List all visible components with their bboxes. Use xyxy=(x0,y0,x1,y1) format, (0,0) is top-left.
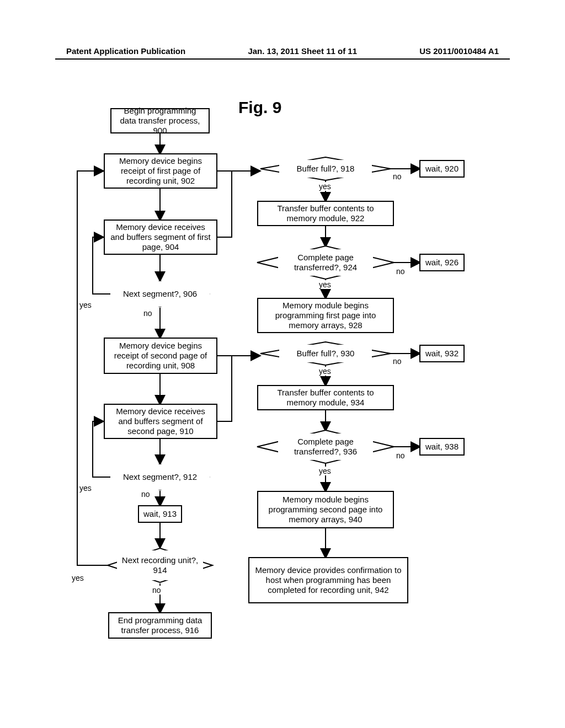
decision-next-recording-914: Next recording unit?, 914 xyxy=(117,550,203,580)
label-yes-918: yes xyxy=(319,182,331,191)
decision-page-transferred-936: Complete page transferred?, 936 xyxy=(278,433,373,460)
decision-buffer-full-918: Buffer full?, 918 xyxy=(279,160,372,178)
process-wait-926: wait, 926 xyxy=(419,254,465,271)
process-receive-first-902: Memory device begins receipt of first pa… xyxy=(104,153,217,189)
header-left: Patent Application Publication xyxy=(66,46,185,56)
decision-page-transferred-924: Complete page transferred?, 924 xyxy=(278,249,373,276)
header-center: Jan. 13, 2011 Sheet 11 of 11 xyxy=(248,46,357,56)
label-yes-924: yes xyxy=(319,280,331,289)
label-no-930: no xyxy=(393,357,402,366)
process-transfer-buffer-922: Transfer buffer contents to memory modul… xyxy=(257,201,394,226)
label-yes-906: yes xyxy=(79,301,92,309)
process-wait-920: wait, 920 xyxy=(419,160,465,178)
label-no-914: no xyxy=(152,586,161,595)
page-header: Patent Application Publication Jan. 13, … xyxy=(0,46,565,56)
label-yes-930: yes xyxy=(319,367,331,376)
process-program-second-940: Memory module begins programming second … xyxy=(257,491,394,528)
process-program-first-928: Memory module begins programming first p… xyxy=(257,298,394,333)
label-no-918: no xyxy=(393,172,402,181)
label-no-924: no xyxy=(396,267,405,276)
label-no-936: no xyxy=(396,451,405,460)
label-no-912: no xyxy=(141,490,150,499)
flowchart-connectors xyxy=(0,0,565,728)
process-wait-932: wait, 932 xyxy=(419,345,465,362)
label-yes-914: yes xyxy=(72,574,84,582)
figure-title: Fig. 9 xyxy=(238,98,281,117)
process-wait-913: wait, 913 xyxy=(138,505,182,523)
process-buffer-first-904: Memory device receives and buffers segme… xyxy=(104,220,217,255)
process-begin-900: Begin programming data transfer process,… xyxy=(110,108,210,133)
process-receive-second-908: Memory device begins receipt of second p… xyxy=(104,338,217,374)
decision-next-segment-906: Next segment?, 906 xyxy=(110,281,210,307)
process-wait-938: wait, 938 xyxy=(419,438,465,456)
decision-next-segment-912: Next segment?, 912 xyxy=(110,464,210,490)
header-right: US 2011/0010484 A1 xyxy=(419,46,499,56)
label-yes-936: yes xyxy=(319,467,331,475)
label-no-906: no xyxy=(143,309,152,318)
header-rule xyxy=(55,58,510,60)
process-transfer-buffer-934: Transfer buffer contents to memory modul… xyxy=(257,385,394,410)
label-yes-912: yes xyxy=(79,484,92,493)
decision-buffer-full-930: Buffer full?, 930 xyxy=(279,345,372,362)
process-end-916: End programming data transfer process, 9… xyxy=(108,612,212,639)
process-buffer-second-910: Memory device receives and buffers segme… xyxy=(104,404,217,439)
process-confirmation-942: Memory device provides confirmation to h… xyxy=(248,557,408,603)
